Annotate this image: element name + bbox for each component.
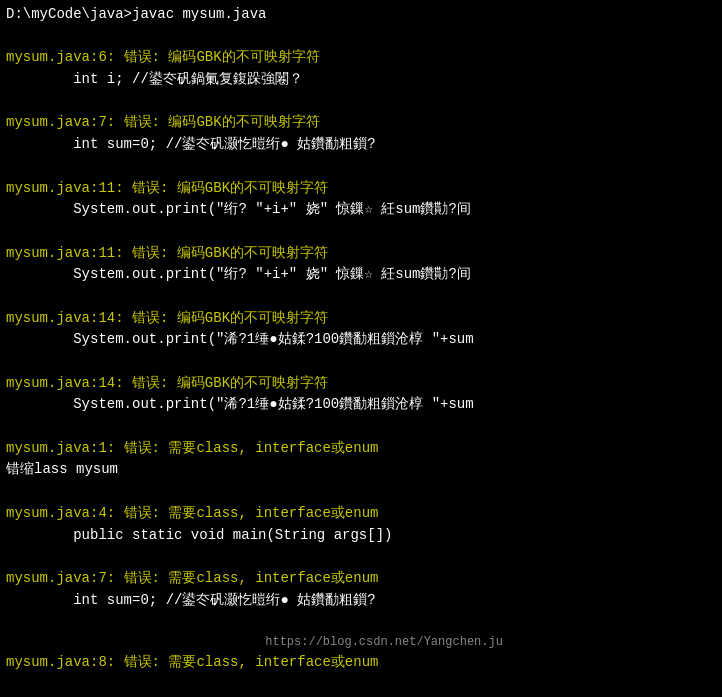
error-4-code: System.out.print("绗? "+i+" 娆" 惊鏁☆ 紝sum鑽勩… <box>6 264 716 286</box>
error-1-code: int i; //鍙冭矾鍋氭复鍑跺強闂？ <box>6 69 716 91</box>
error-1-header: mysum.java:6: 错误: 编码GBK的不可映射字符 <box>6 47 716 69</box>
blank-line-7 <box>6 416 716 438</box>
error-2-header: mysum.java:7: 错误: 编码GBK的不可映射字符 <box>6 112 716 134</box>
terminal-window: D:\myCode\java>javac mysum.java mysum.ja… <box>0 0 722 697</box>
blank-line-4 <box>6 221 716 243</box>
blank-line-1 <box>6 26 716 48</box>
error-5-header: mysum.java:14: 错误: 编码GBK的不可映射字符 <box>6 308 716 330</box>
error-6-code: System.out.print("浠?1缍●姑鍒?100鑽勫粗鎻沧椁 "+su… <box>6 394 716 416</box>
error-9-code: int sum=0; //鍙冭矾灏忔暟绗● 姑鑽勫粗鎻? <box>6 590 716 612</box>
blank-line-6 <box>6 351 716 373</box>
error-10-header: mysum.java:8: 错误: 需要class, interface或enu… <box>6 652 716 674</box>
blank-line-10 <box>6 611 716 633</box>
error-7-header: mysum.java:1: 错误: 需要class, interface或enu… <box>6 438 716 460</box>
command-line: D:\myCode\java>javac mysum.java <box>6 4 716 26</box>
error-2-code: int sum=0; //鍙冭矾灏忔暟绗● 姑鑽勫粗鎻? <box>6 134 716 156</box>
error-5-code: System.out.print("浠?1缍●姑鍒?100鑽勫粗鎻沧椁 "+su… <box>6 329 716 351</box>
watermark-line: https://blog.csdn.net/Yangchen.ju <box>6 633 716 652</box>
error-7-code: 错缩lass mysum <box>6 459 716 481</box>
error-9-header: mysum.java:7: 错误: 需要class, interface或enu… <box>6 568 716 590</box>
blank-line-2 <box>6 91 716 113</box>
blank-line-3 <box>6 156 716 178</box>
error-8-header: mysum.java:4: 错误: 需要class, interface或enu… <box>6 503 716 525</box>
error-4-header: mysum.java:11: 错误: 编码GBK的不可映射字符 <box>6 243 716 265</box>
error-8-code: public static void main(String args[]) <box>6 525 716 547</box>
error-6-header: mysum.java:14: 错误: 编码GBK的不可映射字符 <box>6 373 716 395</box>
error-3-code: System.out.print("绗? "+i+" 娆" 惊鏁☆ 紝sum鑽勩… <box>6 199 716 221</box>
blank-line-9 <box>6 546 716 568</box>
error-3-header: mysum.java:11: 错误: 编码GBK的不可映射字符 <box>6 178 716 200</box>
blank-line-8 <box>6 481 716 503</box>
blank-line-5 <box>6 286 716 308</box>
